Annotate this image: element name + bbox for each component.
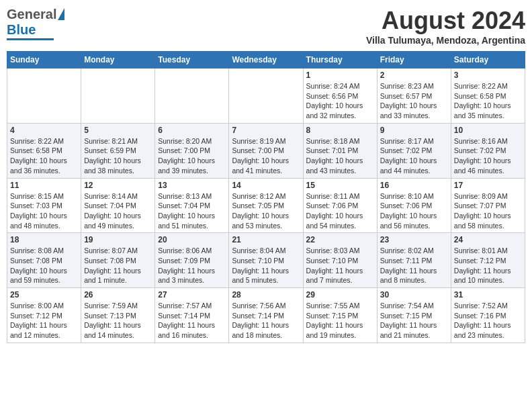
day-info: Sunrise: 7:56 AM Sunset: 7:14 PM Dayligh… [232, 301, 300, 340]
day-number: 26 [84, 290, 152, 300]
day-number: 18 [10, 235, 78, 244]
day-cell: 22Sunrise: 8:03 AM Sunset: 7:10 PM Dayli… [303, 233, 377, 288]
day-number: 12 [84, 181, 152, 190]
main-title: August 2024 [366, 7, 525, 35]
week-row-2: 4Sunrise: 8:22 AM Sunset: 6:58 PM Daylig… [7, 123, 525, 178]
day-info: Sunrise: 8:18 AM Sunset: 7:01 PM Dayligh… [306, 136, 374, 176]
day-number: 25 [10, 290, 78, 300]
header-row: SundayMondayTuesdayWednesdayThursdayFrid… [7, 52, 525, 68]
day-number: 27 [158, 290, 226, 300]
day-cell: 30Sunrise: 7:54 AM Sunset: 7:15 PM Dayli… [377, 288, 451, 343]
day-cell [229, 68, 303, 124]
day-number: 9 [380, 126, 448, 135]
day-cell: 1Sunrise: 8:24 AM Sunset: 6:56 PM Daylig… [303, 68, 377, 124]
day-info: Sunrise: 8:21 AM Sunset: 6:59 PM Dayligh… [84, 136, 152, 176]
day-info: Sunrise: 8:22 AM Sunset: 6:58 PM Dayligh… [454, 81, 522, 121]
day-number: 16 [380, 181, 448, 190]
calendar-body: 1Sunrise: 8:24 AM Sunset: 6:56 PM Daylig… [7, 68, 525, 343]
day-cell: 12Sunrise: 8:14 AM Sunset: 7:04 PM Dayli… [81, 178, 155, 233]
logo-underline [7, 38, 54, 40]
day-info: Sunrise: 7:57 AM Sunset: 7:14 PM Dayligh… [158, 301, 226, 340]
day-info: Sunrise: 8:23 AM Sunset: 6:57 PM Dayligh… [380, 81, 448, 121]
day-number: 5 [84, 126, 152, 135]
day-number: 31 [454, 290, 522, 300]
day-cell: 25Sunrise: 8:00 AM Sunset: 7:12 PM Dayli… [7, 288, 81, 343]
day-info: Sunrise: 8:11 AM Sunset: 7:06 PM Dayligh… [306, 191, 374, 231]
day-cell: 29Sunrise: 7:55 AM Sunset: 7:15 PM Dayli… [303, 288, 377, 343]
calendar-header: SundayMondayTuesdayWednesdayThursdayFrid… [7, 52, 525, 68]
day-info: Sunrise: 8:01 AM Sunset: 7:12 PM Dayligh… [454, 246, 522, 285]
column-header-thursday: Thursday [303, 52, 377, 68]
day-cell [7, 68, 81, 124]
day-number: 22 [306, 235, 374, 244]
day-cell [155, 68, 229, 124]
day-number: 23 [380, 235, 448, 244]
day-number: 29 [306, 290, 374, 300]
day-cell: 23Sunrise: 8:02 AM Sunset: 7:11 PM Dayli… [377, 233, 451, 288]
day-info: Sunrise: 8:15 AM Sunset: 7:03 PM Dayligh… [10, 191, 78, 231]
day-number: 14 [232, 181, 300, 190]
day-number: 19 [84, 235, 152, 244]
day-info: Sunrise: 8:00 AM Sunset: 7:12 PM Dayligh… [10, 301, 78, 340]
logo-blue-text: Blue [7, 22, 36, 38]
day-cell: 14Sunrise: 8:12 AM Sunset: 7:05 PM Dayli… [229, 178, 303, 233]
week-row-5: 25Sunrise: 8:00 AM Sunset: 7:12 PM Dayli… [7, 288, 525, 343]
day-number: 8 [306, 126, 374, 135]
day-cell: 15Sunrise: 8:11 AM Sunset: 7:06 PM Dayli… [303, 178, 377, 233]
day-info: Sunrise: 8:19 AM Sunset: 7:00 PM Dayligh… [232, 136, 300, 176]
day-number: 20 [158, 235, 226, 244]
day-info: Sunrise: 7:55 AM Sunset: 7:15 PM Dayligh… [306, 301, 374, 340]
column-header-friday: Friday [377, 52, 451, 68]
day-info: Sunrise: 7:59 AM Sunset: 7:13 PM Dayligh… [84, 301, 152, 340]
day-number: 6 [158, 126, 226, 135]
day-info: Sunrise: 7:54 AM Sunset: 7:15 PM Dayligh… [380, 301, 448, 340]
day-number: 15 [306, 181, 374, 190]
day-info: Sunrise: 8:12 AM Sunset: 7:05 PM Dayligh… [232, 191, 300, 231]
day-cell: 9Sunrise: 8:17 AM Sunset: 7:02 PM Daylig… [377, 123, 451, 178]
day-cell: 21Sunrise: 8:04 AM Sunset: 7:10 PM Dayli… [229, 233, 303, 288]
day-info: Sunrise: 8:03 AM Sunset: 7:10 PM Dayligh… [306, 246, 374, 285]
day-cell: 28Sunrise: 7:56 AM Sunset: 7:14 PM Dayli… [229, 288, 303, 343]
day-number: 13 [158, 181, 226, 190]
day-cell: 11Sunrise: 8:15 AM Sunset: 7:03 PM Dayli… [7, 178, 81, 233]
day-number: 7 [232, 126, 300, 135]
day-cell: 31Sunrise: 7:52 AM Sunset: 7:16 PM Dayli… [451, 288, 525, 343]
day-number: 3 [454, 71, 522, 80]
day-info: Sunrise: 8:04 AM Sunset: 7:10 PM Dayligh… [232, 246, 300, 285]
day-info: Sunrise: 8:02 AM Sunset: 7:11 PM Dayligh… [380, 246, 448, 285]
day-cell: 20Sunrise: 8:06 AM Sunset: 7:09 PM Dayli… [155, 233, 229, 288]
subtitle: Villa Tulumaya, Mendoza, Argentina [366, 35, 525, 46]
day-info: Sunrise: 8:16 AM Sunset: 7:02 PM Dayligh… [454, 136, 522, 176]
column-header-monday: Monday [81, 52, 155, 68]
day-number: 11 [10, 181, 78, 190]
day-cell: 13Sunrise: 8:13 AM Sunset: 7:04 PM Dayli… [155, 178, 229, 233]
day-info: Sunrise: 8:20 AM Sunset: 7:00 PM Dayligh… [158, 136, 226, 176]
page-header: General Blue August 2024 Villa Tulumaya,… [7, 7, 525, 46]
day-cell: 26Sunrise: 7:59 AM Sunset: 7:13 PM Dayli… [81, 288, 155, 343]
day-info: Sunrise: 8:07 AM Sunset: 7:08 PM Dayligh… [84, 246, 152, 285]
day-number: 17 [454, 181, 522, 190]
logo-triangle-icon [58, 8, 64, 20]
week-row-4: 18Sunrise: 8:08 AM Sunset: 7:08 PM Dayli… [7, 233, 525, 288]
day-info: Sunrise: 8:14 AM Sunset: 7:04 PM Dayligh… [84, 191, 152, 231]
day-cell: 24Sunrise: 8:01 AM Sunset: 7:12 PM Dayli… [451, 233, 525, 288]
day-cell: 4Sunrise: 8:22 AM Sunset: 6:58 PM Daylig… [7, 123, 81, 178]
day-number: 2 [380, 71, 448, 80]
day-info: Sunrise: 8:17 AM Sunset: 7:02 PM Dayligh… [380, 136, 448, 176]
day-cell: 17Sunrise: 8:09 AM Sunset: 7:07 PM Dayli… [451, 178, 525, 233]
day-cell: 19Sunrise: 8:07 AM Sunset: 7:08 PM Dayli… [81, 233, 155, 288]
day-number: 24 [454, 235, 522, 244]
logo: General Blue [7, 7, 64, 40]
week-row-3: 11Sunrise: 8:15 AM Sunset: 7:03 PM Dayli… [7, 178, 525, 233]
calendar-table: SundayMondayTuesdayWednesdayThursdayFrid… [7, 51, 525, 343]
day-info: Sunrise: 8:13 AM Sunset: 7:04 PM Dayligh… [158, 191, 226, 231]
day-info: Sunrise: 8:08 AM Sunset: 7:08 PM Dayligh… [10, 246, 78, 285]
day-cell: 10Sunrise: 8:16 AM Sunset: 7:02 PM Dayli… [451, 123, 525, 178]
title-block: August 2024 Villa Tulumaya, Mendoza, Arg… [366, 7, 525, 46]
column-header-tuesday: Tuesday [155, 52, 229, 68]
day-cell [81, 68, 155, 124]
day-cell: 3Sunrise: 8:22 AM Sunset: 6:58 PM Daylig… [451, 68, 525, 124]
column-header-wednesday: Wednesday [229, 52, 303, 68]
day-cell: 2Sunrise: 8:23 AM Sunset: 6:57 PM Daylig… [377, 68, 451, 124]
day-info: Sunrise: 8:24 AM Sunset: 6:56 PM Dayligh… [306, 81, 374, 121]
